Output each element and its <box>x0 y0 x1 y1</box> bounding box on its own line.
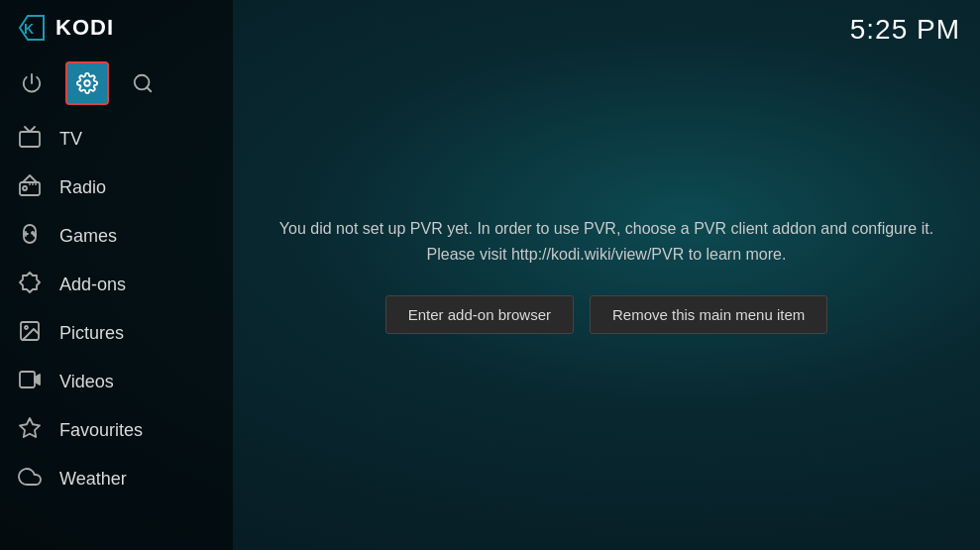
settings-icon <box>76 72 98 94</box>
sidebar-item-weather-label: Weather <box>59 469 127 490</box>
svg-text:K: K <box>24 21 34 37</box>
kodi-logo-icon: K <box>16 12 48 44</box>
logo-bar: K KODI <box>0 0 233 55</box>
sidebar-item-games[interactable]: Games <box>0 212 233 261</box>
games-icon <box>16 222 44 251</box>
svg-point-7 <box>23 186 27 190</box>
sidebar-item-tv-label: TV <box>59 129 82 150</box>
svg-marker-16 <box>20 418 40 437</box>
button-row: Enter add-on browser Remove this main me… <box>385 295 828 334</box>
pvr-message: You did not set up PVR yet. In order to … <box>272 216 940 267</box>
sidebar: K KODI <box>0 0 233 550</box>
sidebar-item-addons[interactable]: Add-ons <box>0 261 233 309</box>
sidebar-item-tv[interactable]: TV <box>0 115 233 164</box>
sidebar-item-videos[interactable]: Videos <box>0 358 233 406</box>
sidebar-item-addons-label: Add-ons <box>59 275 126 295</box>
svg-point-2 <box>84 80 90 86</box>
search-icon <box>132 72 154 94</box>
app-name: KODI <box>55 15 114 41</box>
sidebar-item-radio[interactable]: Radio <box>0 164 233 212</box>
search-button[interactable] <box>121 61 164 105</box>
pictures-icon <box>16 319 44 348</box>
main-content: You did not set up PVR yet. In order to … <box>233 0 980 550</box>
radio-icon <box>16 173 44 202</box>
icon-row <box>0 55 233 111</box>
sidebar-item-videos-label: Videos <box>59 372 114 392</box>
addons-icon <box>16 271 44 299</box>
sidebar-item-games-label: Games <box>59 226 117 247</box>
weather-icon <box>16 465 44 494</box>
svg-line-4 <box>147 87 151 91</box>
kodi-logo: K KODI <box>16 12 114 44</box>
sidebar-item-favourites-label: Favourites <box>59 420 143 441</box>
svg-point-13 <box>25 326 28 329</box>
nav-list: TV Radio <box>0 115 233 503</box>
settings-button[interactable] <box>65 61 109 105</box>
svg-rect-5 <box>20 132 40 147</box>
videos-icon <box>16 368 44 396</box>
sidebar-item-pictures[interactable]: Pictures <box>0 309 233 358</box>
tv-icon <box>16 125 44 154</box>
sidebar-item-weather[interactable]: Weather <box>0 455 233 503</box>
enter-addon-browser-button[interactable]: Enter add-on browser <box>385 295 574 334</box>
svg-rect-14 <box>20 372 35 387</box>
favourites-icon <box>16 416 44 445</box>
sidebar-item-radio-label: Radio <box>59 177 106 198</box>
sidebar-item-favourites[interactable]: Favourites <box>0 406 233 455</box>
power-button[interactable] <box>10 61 54 105</box>
sidebar-item-pictures-label: Pictures <box>59 323 124 344</box>
power-icon <box>21 72 43 94</box>
remove-menu-item-button[interactable]: Remove this main menu item <box>590 295 827 334</box>
